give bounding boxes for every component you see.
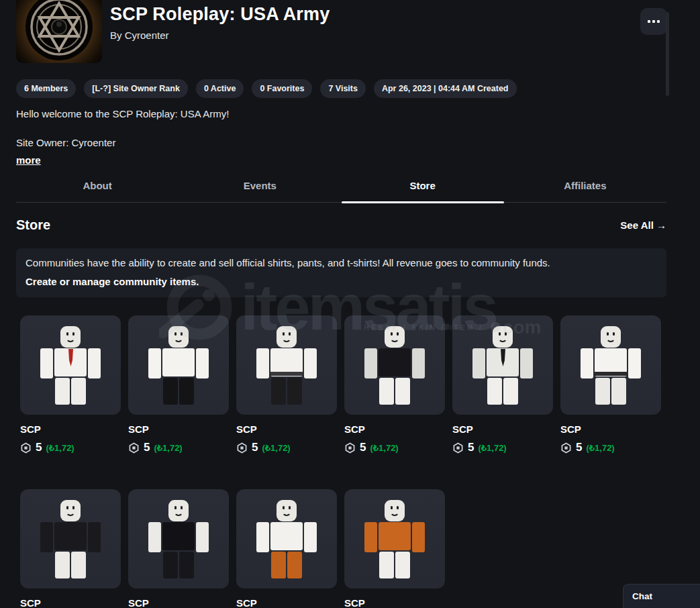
dot-icon bbox=[652, 20, 655, 23]
community-page: SCP Roleplay: USA Army By Cyroenter 6 Me… bbox=[0, 0, 700, 608]
item-thumbnail[interactable] bbox=[344, 489, 445, 589]
community-owner-byline[interactable]: By Cyroenter bbox=[110, 30, 330, 41]
local-price: (₺1,72) bbox=[586, 443, 614, 453]
robux-amount: 5 bbox=[36, 441, 42, 454]
robux-icon bbox=[20, 442, 32, 454]
item-name: SCP bbox=[20, 423, 121, 435]
tab-events[interactable]: Events bbox=[179, 172, 341, 202]
store-items-row-1: SCP 5 (₺1,72) SCP bbox=[20, 315, 661, 454]
stat-badge: [L-?] Site Owner Rank bbox=[84, 79, 188, 98]
item-price: 5 (₺1,72) bbox=[452, 441, 553, 454]
stat-badge: Apr 26, 2023 | 04:44 AM Created bbox=[374, 79, 517, 98]
hexagram-emblem-icon bbox=[26, 0, 93, 60]
item-name: SCP bbox=[128, 597, 229, 608]
store-item-card[interactable]: SCP bbox=[20, 489, 121, 608]
store-item-card[interactable]: SCP 5 (₺1,72) bbox=[452, 315, 553, 454]
dot-icon bbox=[657, 20, 660, 23]
robux-icon bbox=[344, 442, 356, 454]
manage-items-link[interactable]: Create or manage community items. bbox=[26, 276, 657, 287]
local-price: (₺1,72) bbox=[46, 443, 74, 453]
store-item-card[interactable]: SCP 5 (₺1,72) bbox=[344, 315, 445, 454]
item-price: 5 (₺1,72) bbox=[128, 441, 229, 454]
item-thumbnail[interactable] bbox=[236, 315, 337, 415]
item-name: SCP bbox=[236, 423, 337, 435]
community-avatar bbox=[16, 0, 102, 63]
robux-icon bbox=[452, 442, 464, 454]
chat-button[interactable]: Chat bbox=[623, 584, 700, 608]
description-greeting: Hello welcome to the SCP Roleplay: USA A… bbox=[16, 108, 229, 119]
item-name: SCP bbox=[20, 597, 121, 608]
store-item-card[interactable]: SCP 5 (₺1,72) bbox=[236, 315, 337, 454]
item-name: SCP bbox=[128, 423, 229, 435]
item-price: 5 (₺1,72) bbox=[20, 441, 121, 454]
store-items-row-2: SCP SCP bbox=[20, 489, 445, 608]
scrollbar-thumb[interactable] bbox=[666, 12, 669, 96]
item-name: SCP bbox=[452, 423, 553, 435]
local-price: (₺1,72) bbox=[262, 443, 290, 453]
item-thumbnail[interactable] bbox=[128, 489, 229, 589]
store-item-card[interactable]: SCP bbox=[344, 489, 445, 608]
store-heading: Store bbox=[16, 217, 50, 233]
store-info-banner: Communities have the ability to create a… bbox=[16, 248, 666, 297]
local-price: (₺1,72) bbox=[154, 443, 182, 453]
more-link[interactable]: more bbox=[16, 154, 41, 166]
local-price: (₺1,72) bbox=[370, 443, 398, 453]
more-options-button[interactable] bbox=[640, 8, 667, 35]
community-description: Hello welcome to the SCP Roleplay: USA A… bbox=[16, 108, 229, 166]
store-item-card[interactable]: SCP bbox=[128, 489, 229, 608]
store-section-header: Store See All → bbox=[16, 217, 666, 233]
item-thumbnail[interactable] bbox=[452, 315, 553, 415]
store-item-card[interactable]: SCP bbox=[236, 489, 337, 608]
item-thumbnail[interactable] bbox=[236, 489, 337, 589]
store-item-card[interactable]: SCP 5 (₺1,72) bbox=[20, 315, 121, 454]
item-name: SCP bbox=[560, 423, 661, 435]
stat-badge: 6 Members bbox=[16, 79, 76, 98]
item-name: SCP bbox=[236, 597, 337, 608]
tab-about[interactable]: About bbox=[16, 172, 179, 202]
robux-amount: 5 bbox=[252, 441, 258, 454]
description-site-owner: Site Owner: Cyroenter bbox=[16, 137, 229, 148]
stat-badge: 7 Visits bbox=[320, 79, 366, 98]
chat-label: Chat bbox=[632, 591, 652, 601]
dot-icon bbox=[648, 20, 650, 23]
tab-store[interactable]: Store bbox=[342, 172, 504, 202]
robux-amount: 5 bbox=[576, 441, 582, 454]
robux-amount: 5 bbox=[360, 441, 366, 454]
store-item-card[interactable]: SCP 5 (₺1,72) bbox=[128, 315, 229, 454]
item-thumbnail[interactable] bbox=[344, 315, 445, 415]
item-name: SCP bbox=[344, 423, 445, 435]
item-thumbnail[interactable] bbox=[20, 315, 121, 415]
badges-row: 6 Members[L-?] Site Owner Rank0 Active0 … bbox=[16, 79, 517, 98]
store-info-text: Communities have the ability to create a… bbox=[26, 257, 657, 268]
robux-icon bbox=[128, 442, 140, 454]
robux-amount: 5 bbox=[144, 441, 150, 454]
header-title-block: SCP Roleplay: USA Army By Cyroenter bbox=[110, 4, 330, 41]
item-price: 5 (₺1,72) bbox=[344, 441, 445, 454]
robux-icon bbox=[560, 442, 572, 454]
stat-badge: 0 Active bbox=[196, 79, 244, 98]
item-name: SCP bbox=[344, 597, 445, 608]
tab-affiliates[interactable]: Affiliates bbox=[504, 172, 666, 202]
item-price: 5 (₺1,72) bbox=[560, 441, 661, 454]
store-item-card[interactable]: SCP 5 (₺1,72) bbox=[560, 315, 661, 454]
page-title: SCP Roleplay: USA Army bbox=[110, 4, 330, 25]
stat-badge: 0 Favorites bbox=[252, 79, 312, 98]
item-thumbnail[interactable] bbox=[128, 315, 229, 415]
tab-bar: AboutEventsStoreAffiliates bbox=[16, 172, 666, 203]
item-thumbnail[interactable] bbox=[560, 315, 661, 415]
see-all-link[interactable]: See All → bbox=[620, 219, 666, 231]
robux-icon bbox=[236, 442, 248, 454]
local-price: (₺1,72) bbox=[478, 443, 506, 453]
robux-amount: 5 bbox=[468, 441, 474, 454]
item-price: 5 (₺1,72) bbox=[236, 441, 337, 454]
item-thumbnail[interactable] bbox=[20, 489, 121, 589]
